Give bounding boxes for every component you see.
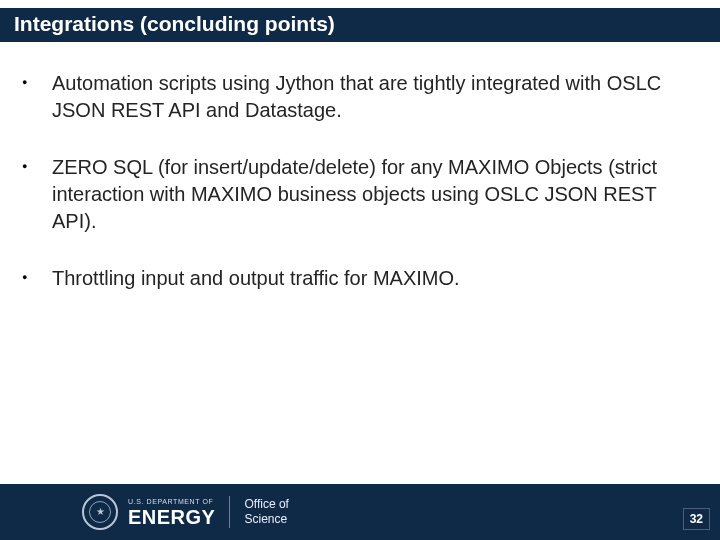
energy-wordmark: U.S. DEPARTMENT OF ENERGY: [128, 498, 215, 527]
slide-title: Integrations (concluding points): [14, 12, 708, 36]
office-line-1: Office of: [244, 497, 288, 512]
bullet-item: Automation scripts using Jython that are…: [18, 70, 684, 124]
office-label: Office of Science: [244, 497, 288, 527]
energy-label: ENERGY: [128, 507, 215, 527]
energy-logo: U.S. DEPARTMENT OF ENERGY: [82, 494, 215, 530]
bullet-list: Automation scripts using Jython that are…: [18, 70, 684, 292]
office-line-2: Science: [244, 512, 288, 527]
dept-label: U.S. DEPARTMENT OF: [128, 498, 215, 505]
title-bar: Integrations (concluding points): [0, 0, 720, 42]
bullet-item: ZERO SQL (for insert/update/delete) for …: [18, 154, 684, 235]
footer-divider: [229, 496, 230, 528]
bullet-item: Throttling input and output traffic for …: [18, 265, 684, 292]
page-number: 32: [683, 508, 710, 530]
footer-bar: U.S. DEPARTMENT OF ENERGY Office of Scie…: [0, 484, 720, 540]
slide-content: Automation scripts using Jython that are…: [0, 42, 720, 292]
doe-seal-icon: [82, 494, 118, 530]
